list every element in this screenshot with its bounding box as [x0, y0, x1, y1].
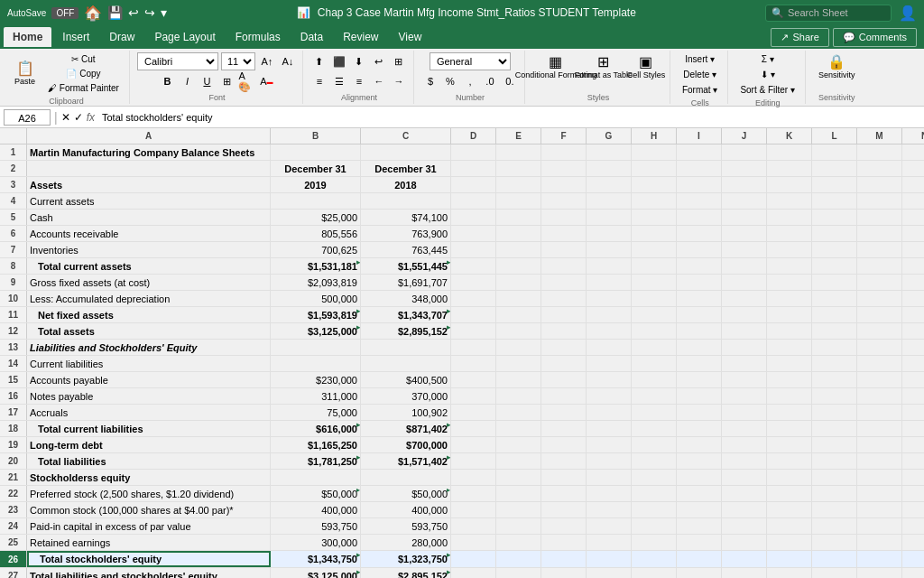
cell[interactable]: $871,402 — [361, 421, 451, 436]
cell[interactable]: Assets — [27, 177, 271, 192]
row-number[interactable]: 22 — [0, 486, 27, 501]
cell[interactable] — [722, 275, 767, 290]
cell[interactable] — [541, 502, 587, 517]
cell[interactable] — [722, 258, 767, 274]
cell[interactable] — [496, 551, 541, 567]
align-top-button[interactable]: ⬆ — [310, 52, 328, 70]
cell[interactable] — [722, 535, 767, 550]
cell[interactable]: $1,343,750 — [271, 551, 361, 567]
cell[interactable]: $1,691,707 — [361, 275, 451, 290]
cell[interactable] — [451, 275, 496, 290]
row-number[interactable]: 19 — [0, 437, 27, 452]
cell[interactable] — [767, 388, 812, 404]
cell[interactable]: $1,343,707 — [361, 307, 451, 322]
cell[interactable] — [812, 568, 857, 578]
cell[interactable] — [587, 518, 632, 534]
cell[interactable] — [541, 226, 587, 241]
cell[interactable] — [812, 258, 857, 274]
row-number[interactable]: 27 — [0, 568, 27, 578]
cell[interactable]: $616,000 — [271, 421, 361, 436]
cell[interactable] — [451, 518, 496, 534]
cell[interactable]: Less: Accumulated depreciation — [27, 291, 271, 306]
cell[interactable] — [587, 372, 632, 387]
autosave-toggle[interactable]: OFF — [51, 7, 79, 19]
cell[interactable]: $700,000 — [361, 437, 451, 452]
col-header-f[interactable]: F — [541, 128, 587, 144]
cell[interactable] — [677, 568, 722, 578]
cell[interactable] — [812, 161, 857, 176]
cell[interactable] — [677, 551, 722, 567]
cell[interactable] — [812, 307, 857, 322]
cell[interactable] — [902, 193, 924, 209]
cell[interactable] — [902, 226, 924, 241]
cell[interactable] — [451, 453, 496, 469]
cell[interactable] — [632, 518, 677, 534]
increase-font-button[interactable]: A↑ — [258, 52, 276, 70]
row-number[interactable]: 8 — [0, 258, 27, 274]
cell[interactable] — [677, 193, 722, 209]
cell[interactable] — [587, 193, 632, 209]
cell[interactable]: 280,000 — [361, 535, 451, 550]
cell[interactable] — [496, 226, 541, 241]
row-number[interactable]: 15 — [0, 372, 27, 387]
cell[interactable] — [767, 144, 812, 160]
cell[interactable] — [541, 144, 587, 160]
cell[interactable] — [451, 405, 496, 420]
cell[interactable] — [857, 226, 902, 241]
align-bottom-button[interactable]: ⬇ — [350, 52, 368, 70]
cell[interactable] — [767, 502, 812, 517]
cell[interactable] — [632, 291, 677, 306]
cell[interactable] — [541, 275, 587, 290]
cell[interactable] — [587, 502, 632, 517]
tab-formulas[interactable]: Formulas — [226, 27, 290, 47]
cell[interactable] — [857, 340, 902, 355]
tab-data[interactable]: Data — [291, 27, 332, 47]
percent-button[interactable]: % — [441, 72, 459, 90]
cell[interactable] — [632, 210, 677, 225]
cell[interactable] — [857, 177, 902, 192]
cell[interactable]: 300,000 — [271, 535, 361, 550]
cell[interactable] — [722, 551, 767, 567]
cell[interactable] — [677, 421, 722, 436]
fill-color-button[interactable]: A🎨 — [237, 72, 255, 90]
cell[interactable] — [587, 535, 632, 550]
cell[interactable] — [496, 323, 541, 339]
cell[interactable] — [451, 323, 496, 339]
cell[interactable]: Retained earnings — [27, 535, 271, 550]
cell[interactable]: 763,445 — [361, 242, 451, 257]
cell[interactable] — [722, 421, 767, 436]
cell[interactable] — [451, 291, 496, 306]
col-header-g[interactable]: G — [587, 128, 632, 144]
cell[interactable] — [767, 518, 812, 534]
cell[interactable] — [587, 161, 632, 176]
cell[interactable] — [541, 421, 587, 436]
cell[interactable] — [496, 242, 541, 257]
cell[interactable]: 805,556 — [271, 226, 361, 241]
cell[interactable] — [677, 388, 722, 404]
cell[interactable] — [451, 502, 496, 517]
cell[interactable] — [677, 177, 722, 192]
col-header-l[interactable]: L — [812, 128, 857, 144]
cell[interactable] — [496, 518, 541, 534]
cell[interactable]: Cash — [27, 210, 271, 225]
row-number[interactable]: 14 — [0, 356, 27, 371]
cell[interactable] — [857, 502, 902, 517]
col-header-i[interactable]: I — [677, 128, 722, 144]
cell[interactable] — [902, 307, 924, 322]
cell[interactable] — [496, 453, 541, 469]
cell[interactable] — [902, 356, 924, 371]
cell[interactable]: Gross fixed assets (at cost) — [27, 275, 271, 290]
cell[interactable] — [722, 193, 767, 209]
cell[interactable]: 370,000 — [361, 388, 451, 404]
cell[interactable] — [587, 210, 632, 225]
cell[interactable] — [541, 258, 587, 274]
cell[interactable]: Accruals — [27, 405, 271, 420]
cell[interactable] — [857, 275, 902, 290]
row-number[interactable]: 25 — [0, 535, 27, 550]
cell[interactable] — [632, 470, 677, 485]
cell[interactable] — [496, 193, 541, 209]
cell[interactable] — [722, 323, 767, 339]
cell[interactable] — [27, 161, 271, 176]
cell[interactable] — [587, 144, 632, 160]
cell[interactable] — [857, 161, 902, 176]
